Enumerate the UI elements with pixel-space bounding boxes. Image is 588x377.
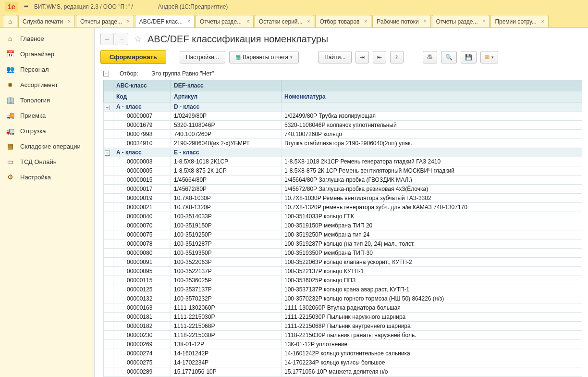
preview-button[interactable]: 🔍: [441, 51, 457, 63]
table-row[interactable]: 00000095100-3522137Р100-3522137Р кольцо …: [104, 267, 582, 276]
col-code: Код: [113, 91, 171, 102]
table-row[interactable]: 000000151/45664/80Р1/45664/80Р Заглушка-…: [104, 176, 582, 185]
tab[interactable]: Отчеты разде...×: [76, 15, 134, 27]
email-button[interactable]: ✉▾: [480, 51, 498, 63]
sidebar-item[interactable]: 🚚Приемка: [0, 108, 94, 123]
close-icon[interactable]: ×: [187, 19, 190, 24]
tab-label: Отчеты разде...: [436, 18, 478, 25]
table-row[interactable]: 0000027514-1702234Р14-1702234Р кольцо ку…: [104, 358, 582, 367]
main-area: ← → ☆ ABC/DEF классификация номенклатуры…: [94, 28, 588, 377]
form-button[interactable]: Сформировать: [100, 50, 166, 64]
print-icon: 🖶: [427, 54, 433, 61]
expand-all-button[interactable]: ⇥: [355, 51, 369, 63]
sidebar-item[interactable]: 📅Органайзер: [0, 46, 94, 62]
table-row[interactable]: 000001631111-1302060Р1111-1302060Р Втулк…: [104, 303, 582, 313]
user-label: Андрей (1С:Предприятие): [158, 3, 228, 10]
tab[interactable]: Премии сотру...×: [490, 15, 548, 27]
sidebar-item[interactable]: ⚙Настройка: [0, 169, 94, 185]
tab-label: Отбор товаров: [319, 18, 359, 25]
close-icon[interactable]: ×: [541, 19, 544, 24]
cell-nomenclature: 100-3519287Р кольцо (на тип 20, 24) мал.…: [282, 239, 582, 249]
group-def: E - класс: [171, 148, 282, 157]
cell-nomenclature: 100-3536025Р кольцо ППЗ: [282, 276, 582, 285]
table-row[interactable]: 000002301118-2215030Р1118-2215030Р пыльн…: [104, 331, 582, 340]
table-row[interactable]: 0000028915.1771056-10Р15.1771056-10Р ман…: [104, 367, 582, 377]
sidebar-item[interactable]: ■Ассортимент: [0, 77, 94, 92]
table-row[interactable]: 0000002110.7Х8-1320Р10.7Х8-1320Р ремень …: [104, 203, 582, 212]
tab[interactable]: Служба печати×: [18, 15, 75, 27]
table-row[interactable]: 00000125100-3537137Р100-3537137Р кольцо …: [104, 285, 582, 294]
tab[interactable]: Отчеты разде...×: [432, 15, 490, 27]
settings-button[interactable]: Настройки...: [180, 51, 225, 63]
table-row[interactable]: 00000080100-3519350Р100-3519350Р мембран…: [104, 249, 582, 258]
close-icon[interactable]: ×: [246, 19, 249, 24]
close-icon[interactable]: ×: [307, 19, 310, 24]
cell-article: 100-3570232Р: [171, 294, 282, 303]
table-row[interactable]: 00000132100-3570232Р100-3570232Р кольцо …: [104, 294, 582, 303]
close-icon[interactable]: ×: [424, 19, 427, 24]
table-row[interactable]: 00000070100-3519150Р100-3519150Р мембран…: [104, 221, 582, 230]
tab[interactable]: Отчеты разде...×: [196, 15, 254, 27]
sum-button[interactable]: Σ: [390, 51, 404, 63]
close-icon[interactable]: ×: [68, 19, 71, 24]
menu-icon[interactable]: ≡: [24, 2, 28, 11]
gear-icon: ⚙: [6, 173, 14, 181]
table-row[interactable]: 000016795320-1108046Р5320-1108046Р колпа…: [104, 121, 582, 130]
table-row[interactable]: 00000075100-3519250Р100-3519250Р мембран…: [104, 230, 582, 239]
sidebar-item[interactable]: 🏢Топология: [0, 92, 94, 108]
sidebar-item[interactable]: ▭ТСД Онлайн: [0, 154, 94, 169]
tab-label: Остатки серий...: [259, 18, 303, 25]
table-row[interactable]: 00000040100-3514033Р100-3514033Р кольцо …: [104, 212, 582, 221]
chevron-down-icon: ▾: [290, 55, 293, 60]
table-row[interactable]: 0000001910.7Х8-1030Р10.7Х8-1030Р Ремень …: [104, 194, 582, 203]
sidebar-item[interactable]: 👥Персонал: [0, 62, 94, 77]
nav-back-button[interactable]: ←: [100, 33, 114, 45]
table-row[interactable]: 000000051-8.5Х8-875 2К 1СР1-8.5Х8-875 2К…: [104, 166, 582, 176]
group-row[interactable]: −A - классD - класс: [104, 102, 582, 112]
tab[interactable]: Рабочие потоки×: [372, 15, 430, 27]
table-row[interactable]: 000000071/02499/80Р1/02499/80Р Трубка из…: [104, 112, 582, 121]
table-row[interactable]: 00000078100-3519287Р100-3519287Р кольцо …: [104, 239, 582, 249]
table-row[interactable]: 000000171/45672/80Р1/45672/80Р Заглушка-…: [104, 185, 582, 194]
table-row[interactable]: 00000091100-3522063Р100-3522063Р кольцо …: [104, 258, 582, 267]
table-row[interactable]: 00007998740.1007260Р740.1007260Р кольцо: [104, 130, 582, 139]
group-row[interactable]: −A - классE - класс: [104, 148, 582, 157]
table-row[interactable]: 000001811111-2215030Р1111-2215030Р Пыльн…: [104, 313, 582, 322]
home-tab[interactable]: ⌂: [3, 15, 17, 27]
group-toggle[interactable]: −: [105, 151, 110, 156]
close-icon[interactable]: ×: [483, 19, 486, 24]
favorite-icon[interactable]: ☆: [134, 34, 142, 44]
group-toggle[interactable]: −: [105, 105, 110, 110]
cell-code: 00000274: [113, 349, 171, 358]
sidebar-item[interactable]: ▤Складские операции: [0, 138, 94, 154]
collapse-all-button[interactable]: ⇤: [373, 51, 386, 63]
cell-nomenclature: 1/02499/80Р Трубка изолирующая: [282, 112, 582, 121]
nav-forward-button[interactable]: →: [115, 33, 128, 45]
cell-nomenclature: 100-3570232Р кольцо горного тормоза (НШ …: [282, 294, 582, 303]
variants-button[interactable]: ▦Варианты отчета▾: [229, 51, 299, 63]
cell-code: 00000115: [113, 276, 171, 285]
table-row[interactable]: 000000031-8.5Х8-1018 2К1СР1-8.5Х8-1018 2…: [104, 157, 582, 166]
table-row[interactable]: 0000027414-1601242Р14-1601242Р кольцо уп…: [104, 349, 582, 358]
filter-collapse-toggle[interactable]: −: [103, 71, 109, 76]
close-icon[interactable]: ×: [127, 19, 130, 24]
save-button[interactable]: 💾: [461, 51, 477, 63]
tab[interactable]: Отбор товаров×: [315, 15, 371, 27]
tab-label: Отчеты разде...: [200, 18, 242, 25]
find-button[interactable]: Найти...: [318, 51, 352, 63]
close-icon[interactable]: ×: [364, 19, 367, 24]
table-row[interactable]: 0000026913К-01-12Р13К-01-12Р уплотнение: [104, 340, 582, 349]
cell-article: 1/02499/80Р: [171, 112, 282, 121]
tab[interactable]: Остатки серий...×: [255, 15, 315, 27]
table-row[interactable]: 000349102190-2906040(из 2-х)УБМРТВтулка …: [104, 139, 582, 148]
sidebar-item[interactable]: 🚛Отгрузка: [0, 123, 94, 138]
report-grid[interactable]: ABC-класс DEF-класс Код Артикул Номенкла…: [95, 80, 588, 377]
sidebar-item[interactable]: ⌂Главное: [0, 31, 94, 46]
table-row[interactable]: 00000115100-3536025Р100-3536025Р кольцо …: [104, 276, 582, 285]
filter-label: Отбор:: [120, 70, 148, 77]
table-row[interactable]: 000001821111-2215068Р1111-2215068Р Пыльн…: [104, 322, 582, 331]
cell-code: 00000019: [113, 194, 171, 203]
cell-nomenclature: 1/45672/80Р Заглушка-пробка резиновая 4х…: [282, 185, 582, 194]
print-button[interactable]: 🖶: [423, 51, 437, 63]
tab[interactable]: ABC/DEF клас...×: [135, 15, 195, 27]
